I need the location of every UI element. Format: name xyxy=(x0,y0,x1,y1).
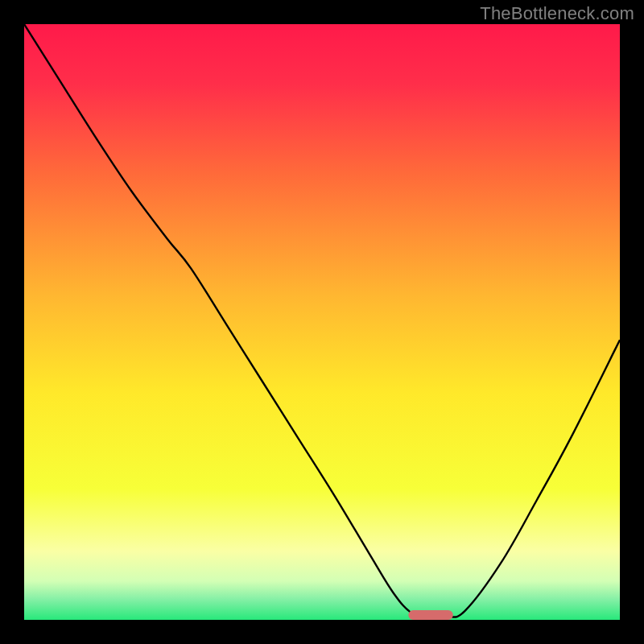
bottleneck-chart xyxy=(0,0,644,644)
gradient-background xyxy=(24,24,620,620)
watermark-text: TheBottleneck.com xyxy=(480,3,634,24)
chart-frame: { "watermark": "TheBottleneck.com", "col… xyxy=(0,0,644,644)
optimum-marker xyxy=(408,610,453,620)
